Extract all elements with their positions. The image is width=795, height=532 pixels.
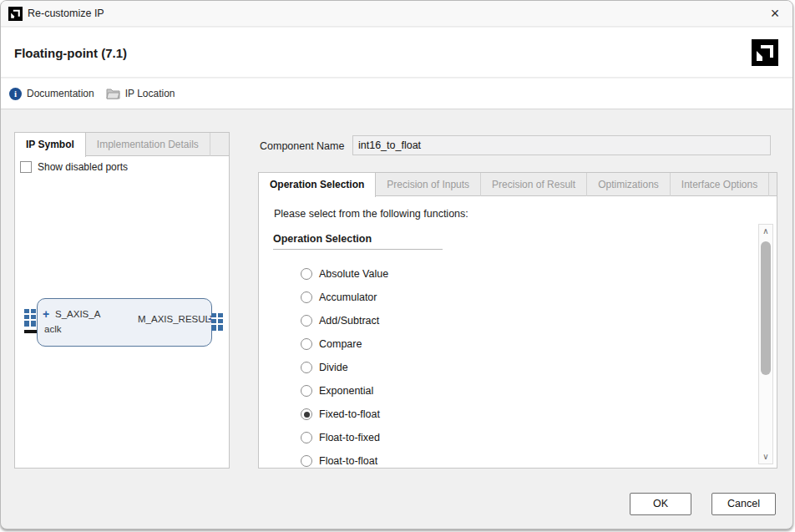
radio-divide[interactable]: Divide bbox=[301, 356, 388, 379]
ip-location-button[interactable]: IP Location bbox=[106, 88, 175, 99]
tab-optimizations[interactable]: Optimizations bbox=[587, 173, 671, 196]
vertical-scrollbar[interactable]: ∧ ∨ bbox=[758, 224, 773, 464]
radio-icon-selected[interactable] bbox=[301, 408, 312, 420]
tab-interface-options[interactable]: Interface Options bbox=[671, 173, 769, 196]
amd-logo-large-icon bbox=[752, 39, 778, 66]
tab-implementation-details[interactable]: Implementation Details bbox=[86, 133, 210, 156]
ip-symbol-panel: IP Symbol Implementation Details Show di… bbox=[14, 132, 230, 469]
radio-icon[interactable] bbox=[301, 385, 312, 397]
documentation-button[interactable]: i Documentation bbox=[9, 88, 94, 100]
ip-title: Floating-point (7.1) bbox=[14, 46, 127, 60]
tab-ip-symbol[interactable]: IP Symbol bbox=[15, 133, 86, 157]
port-s-axis-a: S_AXIS_A bbox=[55, 309, 100, 319]
radio-icon[interactable] bbox=[301, 455, 312, 467]
title-bar: Re-customize IP × bbox=[1, 1, 792, 27]
ip-symbol-block: + S_AXIS_A aclk M_AXIS_RESULT + bbox=[37, 298, 212, 347]
port-m-axis-result: M_AXIS_RESULT bbox=[138, 314, 215, 324]
tab-operation-selection[interactable]: Operation Selection bbox=[259, 173, 376, 197]
radio-icon[interactable] bbox=[301, 362, 312, 373]
section-rule bbox=[273, 249, 443, 250]
port-aclk: aclk bbox=[44, 324, 61, 334]
radio-icon[interactable] bbox=[301, 268, 312, 280]
show-disabled-ports-checkbox[interactable] bbox=[20, 161, 32, 173]
close-icon[interactable]: × bbox=[764, 3, 786, 25]
operation-selection-page: Please select from the following functio… bbox=[259, 196, 777, 468]
ip-location-label: IP Location bbox=[125, 88, 175, 99]
dialog-header: Floating-point (7.1) bbox=[1, 28, 792, 78]
m-axis-bus-icon bbox=[211, 313, 223, 331]
documentation-label: Documentation bbox=[27, 88, 94, 99]
radio-exponential[interactable]: Exponential bbox=[301, 379, 388, 403]
toolbar: i Documentation IP Location bbox=[1, 79, 792, 109]
radio-add-subtract[interactable]: Add/Subtract bbox=[301, 309, 388, 332]
cancel-button[interactable]: Cancel bbox=[711, 493, 776, 515]
radio-icon[interactable] bbox=[301, 432, 312, 443]
expand-s-axis-icon[interactable]: + bbox=[43, 307, 49, 321]
radio-float-to-float[interactable]: Float-to-float bbox=[301, 449, 388, 473]
radio-icon[interactable] bbox=[301, 338, 312, 350]
config-tabs: Operation Selection Precision of Inputs … bbox=[259, 173, 777, 196]
radio-float-to-fixed[interactable]: Float-to-fixed bbox=[301, 426, 388, 449]
tab-precision-of-result[interactable]: Precision of Result bbox=[481, 173, 587, 196]
radio-absolute-value[interactable]: Absolute Value bbox=[301, 262, 388, 286]
info-icon: i bbox=[9, 88, 22, 100]
operation-radio-list: Absolute Value Accumulator Add/Subtract … bbox=[301, 262, 388, 473]
selection-prompt: Please select from the following functio… bbox=[274, 208, 468, 220]
radio-icon[interactable] bbox=[301, 291, 312, 303]
component-name-label: Component Name bbox=[260, 140, 344, 152]
left-panel-tabs: IP Symbol Implementation Details bbox=[15, 133, 229, 156]
radio-fixed-to-float[interactable]: Fixed-to-float bbox=[301, 403, 388, 426]
show-disabled-ports-label: Show disabled ports bbox=[38, 161, 128, 173]
radio-accumulator[interactable]: Accumulator bbox=[301, 286, 388, 309]
section-title: Operation Selection bbox=[273, 233, 372, 245]
amd-logo-icon bbox=[8, 7, 23, 21]
window-title: Re-customize IP bbox=[28, 8, 104, 19]
radio-compare[interactable]: Compare bbox=[301, 332, 388, 356]
component-name-input[interactable] bbox=[352, 135, 771, 155]
configuration-panel: Operation Selection Precision of Inputs … bbox=[258, 172, 777, 469]
scrollbar-thumb[interactable] bbox=[761, 241, 771, 375]
show-disabled-ports-row: Show disabled ports bbox=[20, 161, 128, 173]
recustomize-ip-dialog: Re-customize IP × Floating-point (7.1) i… bbox=[0, 0, 793, 529]
scroll-up-icon[interactable]: ∧ bbox=[759, 225, 772, 238]
scroll-down-icon[interactable]: ∨ bbox=[759, 450, 772, 464]
radio-icon[interactable] bbox=[301, 315, 312, 327]
tab-precision-of-inputs[interactable]: Precision of Inputs bbox=[376, 173, 481, 196]
aclk-stub bbox=[24, 330, 38, 333]
s-axis-bus-icon bbox=[24, 309, 36, 327]
ok-button[interactable]: OK bbox=[630, 493, 691, 515]
folder-icon bbox=[106, 88, 120, 99]
